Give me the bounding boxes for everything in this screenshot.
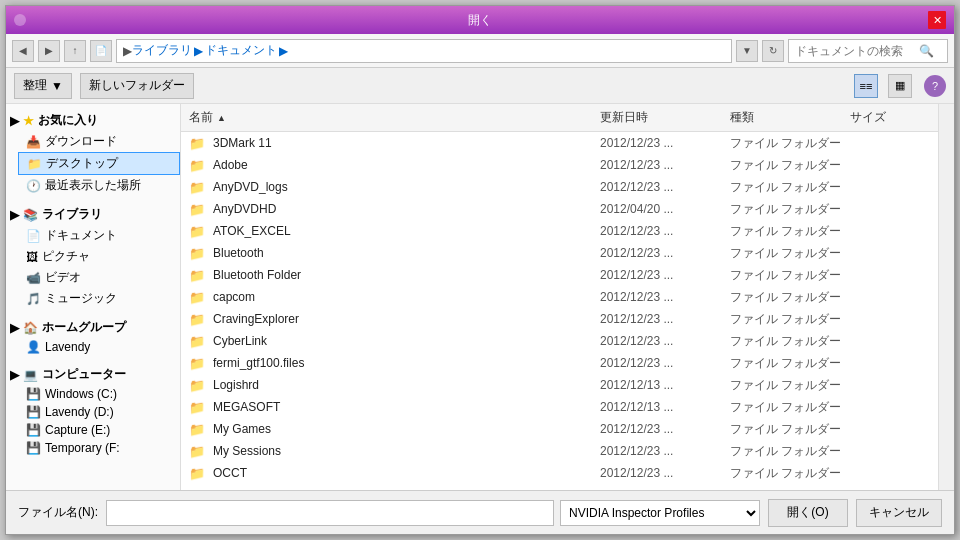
file-date: 2012/12/23 ... bbox=[600, 444, 730, 458]
dropdown-button[interactable]: ▼ bbox=[736, 40, 758, 62]
folder-icon: 📁 bbox=[189, 246, 205, 261]
table-row[interactable]: 📁 MEGASOFT 2012/12/13 ... ファイル フォルダー bbox=[181, 396, 938, 418]
right-scrollbar[interactable] bbox=[938, 104, 954, 490]
open-dialog: 開く ✕ ◀ ▶ ↑ 📄 ▶ ライブラリ ▶ ドキュメント ▶ ▼ ↻ 🔍 整理… bbox=[5, 5, 955, 535]
file-date: 2012/12/23 ... bbox=[600, 224, 730, 238]
filename-input-wrap: NVIDIA Inspector Profiles bbox=[106, 500, 760, 526]
folder-button[interactable]: 📄 bbox=[90, 40, 112, 62]
computer-icon: 💻 bbox=[23, 368, 38, 382]
table-row[interactable]: 📁 CyberLink 2012/12/23 ... ファイル フォルダー bbox=[181, 330, 938, 352]
cancel-button[interactable]: キャンセル bbox=[856, 499, 942, 527]
table-row[interactable]: 📁 ATOK_EXCEL 2012/12/23 ... ファイル フォルダー bbox=[181, 220, 938, 242]
table-row[interactable]: 📁 Bluetooth 2012/12/23 ... ファイル フォルダー bbox=[181, 242, 938, 264]
title-bar: 開く ✕ bbox=[6, 6, 954, 34]
sidebar-item-videos[interactable]: 📹 ビデオ bbox=[18, 267, 180, 288]
open-button[interactable]: 開く(O) bbox=[768, 499, 848, 527]
table-row[interactable]: 📁 3DMark 11 2012/12/23 ... ファイル フォルダー bbox=[181, 132, 938, 154]
sidebar-item-documents[interactable]: 📄 ドキュメント bbox=[18, 225, 180, 246]
file-type: ファイル フォルダー bbox=[730, 333, 850, 350]
folder-icon: 📁 bbox=[189, 378, 205, 393]
table-row[interactable]: 📁 Adobe 2012/12/23 ... ファイル フォルダー bbox=[181, 154, 938, 176]
computer-section[interactable]: ▶ 💻 コンピューター bbox=[6, 362, 180, 385]
organize-arrow: ▼ bbox=[51, 79, 63, 93]
capture-e-icon: 💾 bbox=[26, 423, 41, 437]
library-label: ライブラリ bbox=[42, 206, 102, 223]
sidebar-item-capture-e[interactable]: 💾 Capture (E:) bbox=[18, 421, 180, 439]
back-button[interactable]: ◀ bbox=[12, 40, 34, 62]
col-header-size[interactable]: サイズ bbox=[850, 109, 930, 126]
table-row[interactable]: 📁 Logishrd 2012/12/13 ... ファイル フォルダー bbox=[181, 374, 938, 396]
sidebar-item-recent[interactable]: 🕐 最近表示した場所 bbox=[18, 175, 180, 196]
new-folder-button[interactable]: 新しいフォルダー bbox=[80, 73, 194, 99]
file-name: 📁 ATOK_EXCEL bbox=[189, 224, 600, 239]
folder-icon: 📁 bbox=[189, 136, 205, 151]
sidebar: ▶ ★ お気に入り 📥 ダウンロード 📁 デスクトップ 🕐 最近表示した場所 ▶… bbox=[6, 104, 181, 490]
refresh-button[interactable]: ↻ bbox=[762, 40, 784, 62]
file-name: 📁 My Games bbox=[189, 422, 600, 437]
organize-button[interactable]: 整理 ▼ bbox=[14, 73, 72, 99]
address-path[interactable]: ▶ ライブラリ ▶ ドキュメント ▶ bbox=[116, 39, 732, 63]
homegroup-label: ホームグループ bbox=[42, 319, 126, 336]
sidebar-item-temporary-f[interactable]: 💾 Temporary (F: bbox=[18, 439, 180, 457]
table-row[interactable]: 📁 capcom 2012/12/23 ... ファイル フォルダー bbox=[181, 286, 938, 308]
file-rows: 📁 3DMark 11 2012/12/23 ... ファイル フォルダー 📁 … bbox=[181, 132, 938, 490]
sidebar-item-lavendy-d[interactable]: 💾 Lavendy (D:) bbox=[18, 403, 180, 421]
col-header-type[interactable]: 種類 bbox=[730, 109, 850, 126]
toolbar: 整理 ▼ 新しいフォルダー ≡≡ ▦ ? bbox=[6, 68, 954, 104]
col-header-name[interactable]: 名前 ▲ bbox=[189, 109, 600, 126]
file-name: 📁 3DMark 11 bbox=[189, 136, 600, 151]
sidebar-item-pictures[interactable]: 🖼 ピクチャ bbox=[18, 246, 180, 267]
file-date: 2012/12/23 ... bbox=[600, 246, 730, 260]
folder-icon: 📁 bbox=[189, 334, 205, 349]
view-grid-button[interactable]: ▦ bbox=[888, 74, 912, 98]
sidebar-item-lavendy-home[interactable]: 👤 Lavendy bbox=[18, 338, 180, 356]
file-type: ファイル フォルダー bbox=[730, 465, 850, 482]
homegroup-section[interactable]: ▶ 🏠 ホームグループ bbox=[6, 315, 180, 338]
favorites-section[interactable]: ▶ ★ お気に入り bbox=[6, 108, 180, 131]
file-date: 2012/12/23 ... bbox=[600, 334, 730, 348]
sidebar-item-desktop[interactable]: 📁 デスクトップ bbox=[18, 152, 180, 175]
file-list: 名前 ▲ 更新日時 種類 サイズ 📁 3DMark 11 2012/12/23 … bbox=[181, 104, 938, 490]
sidebar-item-pictures-label: ピクチャ bbox=[42, 248, 90, 265]
sidebar-item-music[interactable]: 🎵 ミュージック bbox=[18, 288, 180, 309]
search-input[interactable] bbox=[795, 44, 915, 58]
table-row[interactable]: 📁 AnyDVDHD 2012/04/20 ... ファイル フォルダー bbox=[181, 198, 938, 220]
sidebar-item-download[interactable]: 📥 ダウンロード bbox=[18, 131, 180, 152]
videos-icon: 📹 bbox=[26, 271, 41, 285]
sidebar-item-temporary-f-label: Temporary (F: bbox=[45, 441, 120, 455]
table-row[interactable]: 📁 OCCT 2012/12/23 ... ファイル フォルダー bbox=[181, 462, 938, 484]
table-row[interactable]: 📁 My Games 2012/12/23 ... ファイル フォルダー bbox=[181, 418, 938, 440]
table-row[interactable]: 📁 fermi_gtf100.files 2012/12/23 ... ファイル… bbox=[181, 352, 938, 374]
up-button[interactable]: ↑ bbox=[64, 40, 86, 62]
file-date: 2012/12/23 ... bbox=[600, 136, 730, 150]
sidebar-item-windows-c[interactable]: 💾 Windows (C:) bbox=[18, 385, 180, 403]
search-box: 🔍 bbox=[788, 39, 948, 63]
table-row[interactable]: 📁 AnyDVD_logs 2012/12/23 ... ファイル フォルダー bbox=[181, 176, 938, 198]
file-date: 2012/12/13 ... bbox=[600, 400, 730, 414]
file-name: 📁 Bluetooth bbox=[189, 246, 600, 261]
folder-icon: 📁 bbox=[189, 158, 205, 173]
folder-icon: 📁 bbox=[189, 268, 205, 283]
library-icon: 📚 bbox=[23, 208, 38, 222]
folder-icon: 📁 bbox=[189, 444, 205, 459]
sidebar-item-videos-label: ビデオ bbox=[45, 269, 81, 286]
close-button[interactable]: ✕ bbox=[928, 11, 946, 29]
bottom-bar: ファイル名(N): NVIDIA Inspector Profiles 開く(O… bbox=[6, 490, 954, 534]
windows-c-icon: 💾 bbox=[26, 387, 41, 401]
folder-icon: 📁 bbox=[189, 312, 205, 327]
col-header-date[interactable]: 更新日時 bbox=[600, 109, 730, 126]
favorites-icon: ★ bbox=[23, 114, 34, 128]
filetype-select[interactable]: NVIDIA Inspector Profiles bbox=[560, 500, 760, 526]
main-content: ▶ ★ お気に入り 📥 ダウンロード 📁 デスクトップ 🕐 最近表示した場所 ▶… bbox=[6, 104, 954, 490]
lavendy-d-icon: 💾 bbox=[26, 405, 41, 419]
file-date: 2012/12/13 ... bbox=[600, 378, 730, 392]
help-button[interactable]: ? bbox=[924, 75, 946, 97]
table-row[interactable]: 📁 CravingExplorer 2012/12/23 ... ファイル フォ… bbox=[181, 308, 938, 330]
view-detail-button[interactable]: ≡≡ bbox=[854, 74, 878, 98]
filename-input[interactable] bbox=[106, 500, 554, 526]
forward-button[interactable]: ▶ bbox=[38, 40, 60, 62]
search-icon: 🔍 bbox=[919, 44, 934, 58]
table-row[interactable]: 📁 Bluetooth Folder 2012/12/23 ... ファイル フ… bbox=[181, 264, 938, 286]
table-row[interactable]: 📁 My Sessions 2012/12/23 ... ファイル フォルダー bbox=[181, 440, 938, 462]
library-section[interactable]: ▶ 📚 ライブラリ bbox=[6, 202, 180, 225]
